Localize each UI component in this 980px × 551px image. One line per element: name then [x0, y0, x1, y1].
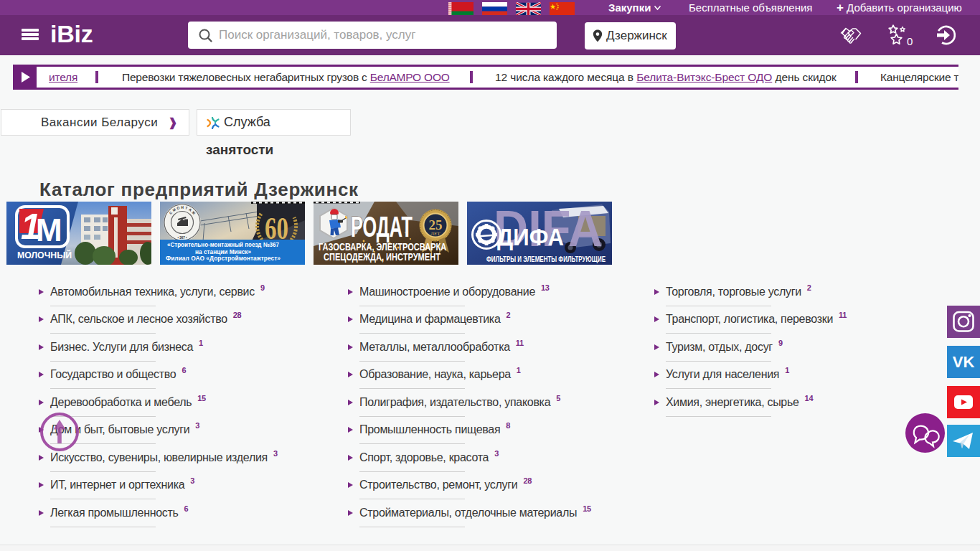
- svg-text:РОДАТ: РОДАТ: [351, 211, 413, 242]
- svg-text:на станции Минск»: на станции Минск»: [195, 248, 251, 255]
- svg-text:М: М: [36, 212, 62, 248]
- svg-text:ЛЕТ: ЛЕТ: [430, 231, 440, 237]
- svg-text:Филиал ОАО «Дорстроймонтажтрес: Филиал ОАО «Дорстроймонтажтрест»: [166, 255, 281, 262]
- svg-text:СПЕЦОДЕЖДА, ИНСТРУМЕНТ: СПЕЦОДЕЖДА, ИНСТРУМЕНТ: [324, 251, 440, 263]
- svg-text:VK: VK: [953, 353, 975, 371]
- svg-text:«Строительно-монтажный поезд №: «Строительно-монтажный поезд №367: [167, 241, 279, 248]
- svg-text:ДИФА: ДИФА: [497, 223, 564, 250]
- svg-text:Н: Н: [181, 205, 184, 209]
- svg-text:• 367 •: • 367 •: [177, 236, 187, 240]
- svg-text:МОЛОЧНЫЙ: МОЛОЧНЫЙ: [17, 250, 72, 260]
- svg-text:ФИЛЬТРЫ И ЭЛЕМЕНТЫ ФИЛЬТРУЮЩИЕ: ФИЛЬТРЫ И ЭЛЕМЕНТЫ ФИЛЬТРУЮЩИЕ: [486, 255, 606, 263]
